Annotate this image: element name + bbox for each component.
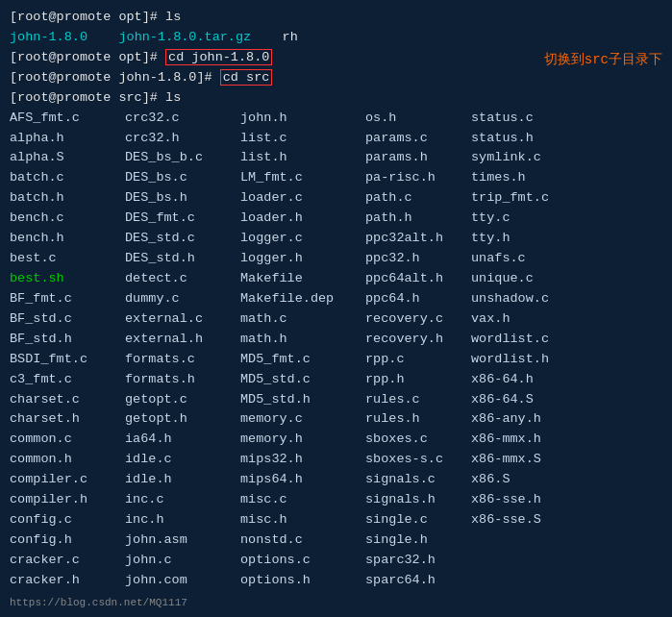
file-cell: DES_bs_b.c <box>125 148 240 168</box>
file-cell: misc.c <box>240 490 365 510</box>
file-cell: sboxes-s.c <box>365 450 471 470</box>
file-cell: detect.c <box>125 269 240 289</box>
file-cell: x86-mmx.h <box>471 430 586 450</box>
file-cell: pa-risc.h <box>365 168 471 188</box>
file-cell: john.c <box>125 551 240 571</box>
space-1 <box>95 30 111 44</box>
file-cell: x86-sse.S <box>471 510 586 531</box>
file-cell: BSDI_fmt.c <box>10 350 125 370</box>
file-cell: x86-any.h <box>471 409 586 430</box>
file-cell: ppc64alt.h <box>365 269 471 289</box>
file-cell: os.h <box>365 109 471 129</box>
annotation: 切换到src子目录下 <box>544 50 662 71</box>
file-cell: wordlist.h <box>471 350 586 370</box>
line-1: [root@promote opt]# ls <box>10 8 662 28</box>
file-cell: best.c <box>10 249 125 269</box>
file-cell: single.h <box>365 531 471 551</box>
file-cell: BF_fmt.c <box>10 289 125 309</box>
file-cell-best-sh: best.sh <box>10 269 125 289</box>
file-cell: unafs.c <box>471 249 586 269</box>
file-cell: rules.h <box>365 409 471 430</box>
file-cell: compiler.c <box>10 470 125 490</box>
file-cell: x86-64.h <box>471 370 586 390</box>
file-cell <box>471 531 586 551</box>
file-cell: idle.h <box>125 470 240 490</box>
file-cell: logger.h <box>240 249 365 269</box>
file-cell: mips32.h <box>240 450 365 470</box>
file-cell: mips64.h <box>240 470 365 490</box>
file-cell: signals.c <box>365 470 471 490</box>
file-cell: john.asm <box>125 531 240 551</box>
file-cell: cracker.c <box>10 551 125 571</box>
file-cell: unshadow.c <box>471 289 586 309</box>
file-cell: LM_fmt.c <box>240 168 365 188</box>
cmd-cd2: cd src <box>220 69 273 86</box>
file-cell: batch.c <box>10 168 125 188</box>
file-cell: common.c <box>10 430 125 450</box>
file-cell: x86.S <box>471 470 586 490</box>
cmd-cd1: cd john-1.8.0 <box>165 49 272 65</box>
file-cell: BF_std.c <box>10 309 125 330</box>
file-cell: x86-sse.h <box>471 490 586 510</box>
file-cell: list.h <box>240 148 365 168</box>
file-cell: bench.h <box>10 229 125 249</box>
file-cell: john.h <box>240 109 365 129</box>
file-cell: alpha.S <box>10 148 125 168</box>
file-grid: AFS_fmt.c crc32.c john.h os.h status.c a… <box>10 109 662 591</box>
file-cell: MD5_fmt.c <box>240 350 365 370</box>
file-cell: crc32.h <box>125 129 240 149</box>
file-cell: sboxes.c <box>365 430 471 450</box>
line-5: [root@promote src]# ls <box>10 88 662 109</box>
file-cell: x86-mmx.S <box>471 450 586 470</box>
file-cell <box>471 551 586 571</box>
file-cell: memory.h <box>240 430 365 450</box>
file-cell: wordlist.c <box>471 330 586 350</box>
john-tar: john-1.8.0.tar.gz <box>118 30 251 44</box>
file-cell: BF_std.h <box>10 330 125 350</box>
file-cell: common.h <box>10 450 125 470</box>
file-cell: getopt.h <box>125 409 240 430</box>
file-cell: single.c <box>365 510 471 531</box>
line-3: [root@promote opt]# cd john-1.8.0 切换到src… <box>10 48 662 68</box>
file-cell: charset.c <box>10 390 125 410</box>
file-cell: AFS_fmt.c <box>10 109 125 129</box>
file-cell: options.c <box>240 551 365 571</box>
file-cell: options.h <box>240 571 365 591</box>
line-2: john-1.8.0 john-1.8.0.tar.gz rh <box>10 28 662 48</box>
file-cell: recovery.c <box>365 309 471 330</box>
prompt-1: [root@promote opt]# ls <box>10 10 181 24</box>
watermark-line: https://blog.csdn.net/MQ1117 <box>10 593 662 613</box>
watermark: https://blog.csdn.net/MQ1117 <box>10 597 187 608</box>
file-cell: config.c <box>10 510 125 531</box>
file-cell: sparc32.h <box>365 551 471 571</box>
file-cell: path.c <box>365 188 471 209</box>
line-4: [root@promote john-1.8.0]# cd src <box>10 68 662 88</box>
file-cell: ppc32alt.h <box>365 229 471 249</box>
file-cell: x86-64.S <box>471 390 586 410</box>
file-cell: charset.h <box>10 409 125 430</box>
file-cell: signals.h <box>365 490 471 510</box>
file-cell: DES_fmt.c <box>125 209 240 229</box>
file-cell: rpp.h <box>365 370 471 390</box>
file-cell: loader.h <box>240 209 365 229</box>
file-cell: params.h <box>365 148 471 168</box>
file-cell: tty.c <box>471 209 586 229</box>
file-cell: logger.c <box>240 229 365 249</box>
prompt-5: [root@promote src]# ls <box>10 90 181 105</box>
file-cell: misc.h <box>240 510 365 531</box>
file-cell: times.h <box>471 168 586 188</box>
file-cell: formats.h <box>125 370 240 390</box>
file-cell: inc.c <box>125 490 240 510</box>
file-cell: tty.h <box>471 229 586 249</box>
prompt-3: [root@promote opt]# <box>10 50 165 64</box>
file-cell: MD5_std.h <box>240 390 365 410</box>
rh-file: rh <box>283 30 298 44</box>
file-cell: trip_fmt.c <box>471 188 586 209</box>
file-cell: bench.c <box>10 209 125 229</box>
file-cell: getopt.c <box>125 390 240 410</box>
file-cell: nonstd.c <box>240 531 365 551</box>
file-cell: idle.c <box>125 450 240 470</box>
file-cell: params.c <box>365 129 471 149</box>
file-cell: status.c <box>471 109 586 129</box>
file-cell: list.c <box>240 129 365 149</box>
